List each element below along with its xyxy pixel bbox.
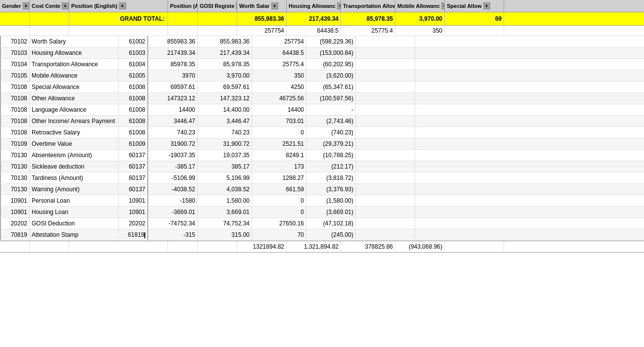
cell-v4: (10,788.25) (306, 150, 356, 161)
cell-v3: 0 (252, 195, 306, 206)
footer-housing: 1,321,894.82 (287, 241, 341, 252)
table-row: 70108Language Allowance610081440014,400.… (0, 104, 644, 116)
cell-code: 70108 (0, 127, 30, 138)
gt-empty-costctr (30, 12, 69, 25)
cell-v3: 25775.4 (252, 59, 306, 70)
cell-v1: 3446.47 (148, 116, 198, 127)
cell-v2: 385.17 (198, 161, 252, 172)
st-worth: 257754 (237, 26, 287, 36)
table-row: 10901Housing Loan10901-3669.013,669.010(… (0, 207, 644, 218)
header-special[interactable]: Special Allow ▼ (445, 0, 504, 12)
footer-empty-posen (69, 241, 168, 252)
header-pos-en[interactable]: Position (English) ▼ (69, 0, 168, 12)
mobile-dropdown-arrow[interactable]: ▼ (441, 2, 445, 9)
gt-special: 69 (445, 12, 504, 25)
cell-code: 20202 (0, 218, 30, 229)
header-gender[interactable]: Gender ▼ (0, 0, 30, 12)
header-transport[interactable]: Transportation Allowanc ▼ (341, 0, 395, 12)
header-costctr[interactable]: Cost Cente ▼ (30, 0, 69, 12)
gt-empty-gender (0, 12, 30, 25)
housing-dropdown-arrow[interactable]: ▼ (337, 2, 341, 9)
cell-num: 61008 (119, 82, 148, 92)
cell-v3: 8249.1 (252, 150, 306, 161)
cell-v5 (356, 207, 415, 217)
cell-v1: 855983.36 (148, 36, 198, 47)
cell-v3: 350 (252, 70, 306, 81)
cell-num: 61009 (119, 138, 148, 149)
cell-num: 20202 (119, 218, 148, 229)
text-cursor (144, 232, 145, 238)
cell-v1: -315 (148, 229, 198, 240)
cell-v2: 5,106.99 (198, 173, 252, 183)
cell-v4: - (306, 104, 356, 115)
st-empty-gender (0, 26, 30, 36)
cell-v1: 217439.34 (148, 47, 198, 58)
cell-code: 70108 (0, 104, 30, 115)
table-row: 70103Housing Allowance61003217439.34217,… (0, 47, 644, 59)
cell-code: 70108 (0, 93, 30, 104)
cell-code: 70105 (0, 70, 30, 81)
cell-desc: Personal Loan (30, 195, 119, 206)
cell-v2: 315.00 (198, 229, 252, 240)
cell-v5 (356, 82, 415, 92)
footer-worth: 1321894.82 (237, 241, 287, 252)
cell-v4: (65,347.61) (306, 82, 356, 92)
cell-desc: Other Allowance (30, 93, 119, 104)
cell-v1: 14400 (148, 104, 198, 115)
cell-desc: GOSI Deduction (30, 218, 119, 229)
cell-code: 10901 (0, 195, 30, 206)
costctr-dropdown-arrow[interactable]: ▼ (62, 2, 69, 9)
table-row: 70130Warning (Amount)60137-4038.524,038.… (0, 184, 644, 195)
table-row: 70102Worth Salary61002855983.36855,983.3… (0, 36, 644, 47)
header-gosi[interactable]: GOSI Registe ▼ (198, 0, 237, 12)
table-row: 70108Special Allowance6100869597.6169,59… (0, 82, 644, 93)
cell-v5 (356, 36, 415, 47)
cell-v5 (356, 93, 415, 104)
gender-dropdown-arrow[interactable]: ▼ (23, 2, 30, 9)
cell-code: 70103 (0, 47, 30, 58)
pos-en-dropdown-arrow[interactable]: ▼ (119, 2, 126, 9)
special-dropdown-arrow[interactable]: ▼ (483, 2, 490, 9)
st-empty-gosi (198, 26, 237, 36)
cell-num: 61008 (119, 93, 148, 104)
cell-v3: 257754 (252, 36, 306, 47)
table-header: Gender ▼ Cost Cente ▼ Position (English)… (0, 0, 644, 12)
cell-desc: Worth Salary (30, 36, 119, 47)
table-row: 20202GOSI Deduction20202-74752.3474,752.… (0, 218, 644, 229)
cell-num: 61004 (119, 59, 148, 70)
cell-v5 (356, 127, 415, 138)
cell-code: 70108 (0, 82, 30, 92)
table-row: 70109Overtime Value6100931900.7231,900.7… (0, 138, 644, 150)
cell-v1: 69597.61 (148, 82, 198, 92)
table-row: 70819Attestation Stamp61819-315315.0070(… (0, 229, 644, 241)
cell-v4: (3,669.01) (306, 207, 356, 217)
cell-desc: Tardiness (Amount) (30, 173, 119, 183)
footer-empty-gosi (198, 241, 237, 252)
cell-v2: 740.23 (198, 127, 252, 138)
worth-dropdown-arrow[interactable]: ▼ (271, 2, 278, 9)
cell-v1: 147323.12 (148, 93, 198, 104)
cell-v3: 661.59 (252, 184, 306, 195)
header-mobile[interactable]: Mobile Allowanc ▼ (395, 0, 445, 12)
footer-empty-costctr (30, 241, 69, 252)
gt-mobile: 3,970.00 (395, 12, 445, 25)
table-row: 70108Other Allowance61008147323.12147,32… (0, 93, 644, 104)
cell-num: 61002 (119, 36, 148, 47)
cell-desc: Transportation Allowance (30, 59, 119, 70)
cell-v3: 0 (252, 207, 306, 217)
header-worth[interactable]: Worth Salar ▼ (237, 0, 287, 12)
footer-empty-gender (0, 241, 30, 252)
cell-v1: -4038.52 (148, 184, 198, 195)
cell-v4: (740.23) (306, 127, 356, 138)
cell-desc: Warning (Amount) (30, 184, 119, 195)
cell-num: 60137 (119, 173, 148, 183)
header-housing[interactable]: Housing Allowanc ▼ (287, 0, 341, 12)
table-row: 70104Transportation Allowance6100485978.… (0, 59, 644, 70)
cell-v4: (1,580.00) (306, 195, 356, 206)
header-pos-ar[interactable]: Position (A ▼ (168, 0, 198, 12)
cell-v4: (60,202.95) (306, 59, 356, 70)
cell-v4: (2,743.46) (306, 116, 356, 127)
cell-v2: 74,752.34 (198, 218, 252, 229)
footer-transport: 378825.86 (341, 241, 395, 252)
cell-v4: (3,818.72) (306, 173, 356, 183)
